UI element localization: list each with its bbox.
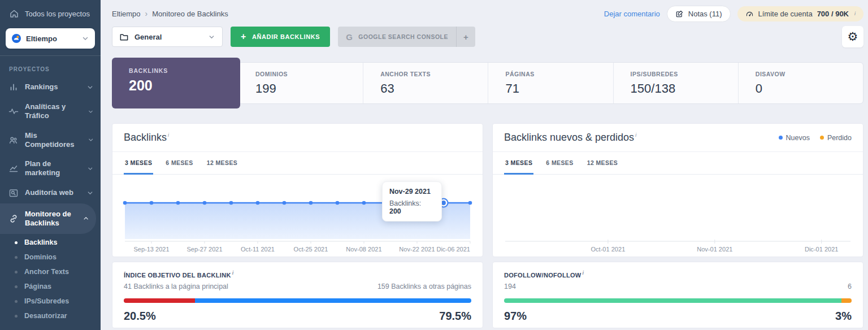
tab-3-meses[interactable]: 3 MESES [124,152,153,175]
home-icon [9,8,19,19]
chevron-down-icon [88,108,94,115]
new-lost-legend: Nuevos Perdido [779,134,852,142]
gsc-label: GOOGLE SEARCH CONSOLE [358,33,448,40]
stat-tab-paginas[interactable]: PÁGINAS 71 [488,63,613,103]
audit-magnifier-icon [8,188,19,198]
settings-button[interactable]: ⚙ [842,26,863,47]
project-selector[interactable]: Eltiempo [6,28,95,49]
topbar: Eltiempo › Monitoreo de Backlinks Dejar … [112,7,863,20]
new-lost-card: Backlinks nuevos & perdidosi Nuevos Perd… [492,123,863,257]
bar-chart-icon [8,82,19,92]
stat-tab-backlinks[interactable]: BACKLINKS 200 [112,58,240,108]
leave-comment-link[interactable]: Dejar comentario [604,10,660,18]
sidebar-item-analytics-traffic[interactable]: Analíticas y Tráfico [0,97,101,126]
main-content: Eltiempo › Monitoreo de Backlinks Dejar … [101,0,868,330]
activity-pulse-icon [8,106,19,116]
bullet-icon [15,315,18,318]
chevron-up-icon [83,215,89,222]
info-icon: i [232,270,234,276]
nofollow-segment [841,298,852,303]
legend-nuevos[interactable]: Nuevos [779,134,810,142]
account-limit-badge[interactable]: Límite de cuenta 700 / 90K i [737,6,864,21]
backlink-monitoring-submenu: Backlinks Dominios Anchor Texts Páginas … [0,234,101,327]
info-icon: i [582,270,584,276]
gauge-icon [745,10,754,18]
stat-tab-anchor-texts[interactable]: ANCHOR TEXTS 63 [363,63,488,103]
dofollow-count: 194 [504,283,516,290]
breadcrumb-page: Monitoreo de Backlinks [152,10,228,18]
dashboard-grid: Backlinksi 3 MESES 6 MESES 12 MESES Sep-… [112,123,863,328]
dofollow-card: DOFOLLOW/NOFOLLOWi 194 6 97% 3% [492,262,863,328]
nofollow-pct: 3% [835,310,852,323]
newlost-trend-svg: Oct-01 2021Nov-01 2021Dic-01 2021 [502,180,854,255]
link-icon [8,214,19,224]
project-favicon-icon [11,33,21,44]
tab-12-meses[interactable]: 12 MESES [586,152,619,175]
project-name: Eltiempo [26,34,57,43]
stat-tab-disavow[interactable]: DISAVOW 0 [738,63,863,103]
dofollow-bar [504,298,852,303]
account-limit-label: Límite de cuenta [758,10,813,18]
chevron-down-icon [208,33,215,41]
sidebar-item-rankings[interactable]: Rankings [0,77,101,97]
info-icon: i [635,132,636,138]
other-backlinks-label: 159 Backlinks a otras páginas [377,283,471,290]
sidebar-subitem-anchor-texts[interactable]: Anchor Texts [0,264,101,279]
sidebar-subitem-backlinks[interactable]: Backlinks [0,235,101,250]
nuevos-dot-icon [779,136,783,140]
add-backlinks-label: AÑADIR BACKLINKS [252,33,320,40]
plan-check-icon [8,163,19,173]
tab-3-meses[interactable]: 3 MESES [504,152,533,175]
stats-tabs: BACKLINKS 200 DOMINIOS 199 ANCHOR TEXTS … [112,58,863,108]
tab-6-meses[interactable]: 6 MESES [545,152,574,175]
plus-icon: + [456,27,475,47]
sidebar-subitem-ips-subredes[interactable]: IPs/Subredes [0,294,101,309]
backlinks-card-title: Backlinksi [124,132,169,144]
sidebar-subitem-desautorizar[interactable]: Desautorizar [0,309,101,323]
all-projects-label: Todos los proyectos [25,10,90,18]
breadcrumb-project[interactable]: Eltiempo [112,10,141,18]
account-limit-value: 700 / 90K [817,10,849,18]
sidebar: Todos los proyectos Eltiempo PROYECTOS R… [0,0,101,330]
sidebar-subitem-paginas[interactable]: Páginas [0,279,101,294]
notes-button[interactable]: Notas (11) [667,6,731,22]
new-lost-chart-area[interactable]: Oct-01 2021Nov-01 2021Dic-01 2021 [493,175,863,257]
tab-6-meses[interactable]: 6 MESES [164,152,194,175]
bullet-icon [15,271,18,273]
svg-text:Oct-01 2021: Oct-01 2021 [591,246,626,253]
chevron-down-icon [86,189,94,197]
chevron-down-icon [87,165,94,172]
toolbar: General + AÑADIR BACKLINKS G GOOGLE SEAR… [112,26,863,47]
sidebar-item-competitors[interactable]: Mis Competidores [0,126,101,155]
home-backlinks-segment [124,298,195,303]
notes-label: Notas (11) [688,10,722,18]
folder-icon [119,32,129,42]
other-backlinks-segment [195,298,471,303]
legend-perdido[interactable]: Perdido [820,134,852,142]
backlinks-chart-area[interactable]: Sep-13 2021Sep-27 2021Oct-11 2021Oct-25 … [112,175,483,257]
sidebar-item-all-projects[interactable]: Todos los proyectos [0,0,101,26]
add-backlinks-button[interactable]: + AÑADIR BACKLINKS [231,27,330,47]
target-index-title: ÍNDICE OBJETIVO DEL BACKLINKi [124,270,471,279]
folder-dropdown-value: General [134,33,162,41]
sidebar-item-web-audit[interactable]: Auditoría web [0,183,101,203]
tab-12-meses[interactable]: 12 MESES [206,152,239,175]
sidebar-subitem-dominios[interactable]: Dominios [0,250,101,264]
svg-text:Nov-01 2021: Nov-01 2021 [697,246,732,253]
stat-tab-dominios[interactable]: DOMINIOS 199 [238,63,363,103]
sidebar-item-backlink-monitoring[interactable]: Monitoreo de Backlinks [0,203,96,235]
dofollow-pct: 97% [504,310,527,323]
stat-tab-ips-subredes[interactable]: IPS/SUBREDES 150/138 [613,63,738,103]
home-backlinks-label: 41 Backlinks a la página principal [124,283,228,290]
chevron-down-icon [88,136,94,144]
stats-bar: DOMINIOS 199 ANCHOR TEXTS 63 PÁGINAS 71 … [238,62,863,104]
backlinks-trend-card: Backlinksi 3 MESES 6 MESES 12 MESES Sep-… [112,123,483,257]
svg-text:Nov-08 2021: Nov-08 2021 [346,246,381,253]
folder-dropdown[interactable]: General [112,27,223,47]
sidebar-item-marketing-plan[interactable]: Plan de marketing [0,154,101,183]
google-search-console-button[interactable]: G GOOGLE SEARCH CONSOLE + [338,27,475,47]
breadcrumb-separator-icon: › [145,9,148,18]
chevron-down-icon [86,84,94,91]
info-icon: i [854,11,856,16]
target-index-card: ÍNDICE OBJETIVO DEL BACKLINKi 41 Backlin… [112,262,483,328]
